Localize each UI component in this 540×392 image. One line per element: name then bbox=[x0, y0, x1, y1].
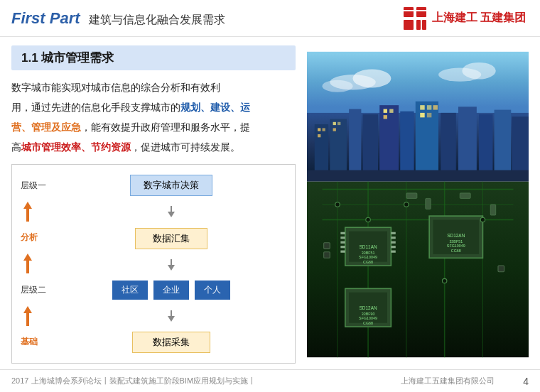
svg-rect-3 bbox=[416, 20, 421, 30]
svg-rect-65 bbox=[391, 251, 395, 253]
svg-rect-58 bbox=[340, 241, 345, 244]
para2: 用，通过先进的信息化手段支撑城市的 bbox=[11, 102, 180, 113]
connector-1 bbox=[171, 206, 172, 212]
svg-text:SFG10049: SFG10049 bbox=[447, 244, 465, 248]
svg-rect-62 bbox=[391, 236, 395, 239]
highlight-operation: 营、管理及应急 bbox=[11, 121, 81, 133]
svg-rect-31 bbox=[333, 128, 336, 131]
svg-rect-60 bbox=[340, 251, 345, 253]
svg-point-88 bbox=[480, 217, 485, 222]
level-one-label: 层级一 bbox=[21, 180, 46, 192]
svg-rect-35 bbox=[420, 105, 424, 109]
svg-rect-23 bbox=[479, 114, 492, 174]
svg-rect-83 bbox=[324, 252, 330, 258]
svg-rect-61 bbox=[391, 232, 395, 234]
svg-text:33BF90: 33BF90 bbox=[362, 312, 375, 316]
diagram-area: 层级一 分析 层级二 bbox=[11, 164, 296, 364]
svg-rect-20 bbox=[416, 102, 438, 174]
svg-rect-80 bbox=[460, 193, 470, 199]
svg-rect-81 bbox=[490, 205, 496, 215]
svg-rect-22 bbox=[458, 107, 477, 174]
svg-text:33BF51: 33BF51 bbox=[362, 251, 375, 255]
svg-rect-84 bbox=[498, 266, 504, 272]
box-decision: 数字城市决策 bbox=[130, 175, 212, 196]
analyze-label: 分析 bbox=[21, 232, 38, 244]
box-personal: 个人 bbox=[195, 281, 230, 300]
svg-rect-38 bbox=[420, 113, 424, 117]
svg-text:SD11AN: SD11AN bbox=[360, 244, 377, 249]
section-title: 1.1 城市管理需求 bbox=[11, 45, 296, 70]
footer-company: 上海建工五建集团有限公司 bbox=[401, 376, 495, 386]
para1: 数字城市能实现对城市信息的综合分析和有效利 bbox=[11, 82, 220, 93]
svg-rect-56 bbox=[340, 232, 345, 234]
svg-rect-59 bbox=[340, 246, 345, 248]
body-text: 数字城市能实现对城市信息的综合分析和有效利 用，通过先进的信息化手段支撑城市的规… bbox=[11, 77, 296, 157]
svg-rect-5 bbox=[404, 10, 414, 11]
arrow-up-1 bbox=[23, 202, 32, 209]
svg-rect-34 bbox=[384, 115, 387, 119]
left-column: 1.1 城市管理需求 数字城市能实现对城市信息的综合分析和有效利 用，通过先进的… bbox=[11, 45, 296, 364]
svg-rect-6 bbox=[416, 10, 426, 11]
svg-rect-64 bbox=[391, 246, 395, 248]
svg-rect-24 bbox=[495, 110, 512, 174]
connector-2 bbox=[171, 259, 172, 265]
svg-rect-19 bbox=[400, 111, 414, 174]
svg-point-12 bbox=[462, 62, 495, 80]
svg-rect-79 bbox=[426, 198, 431, 209]
svg-text:CG68: CG68 bbox=[451, 249, 461, 253]
svg-rect-17 bbox=[363, 114, 379, 174]
svg-rect-39 bbox=[427, 113, 431, 117]
arrow-up-3 bbox=[23, 306, 32, 313]
svg-text:SD12AN: SD12AN bbox=[360, 305, 377, 310]
arrow-down-3 bbox=[168, 316, 175, 322]
svg-point-9 bbox=[353, 70, 392, 88]
svg-rect-37 bbox=[433, 105, 438, 109]
header-left: First Part 建筑与信息化融合发展需求 bbox=[11, 9, 402, 28]
svg-point-89 bbox=[442, 278, 446, 283]
svg-rect-0 bbox=[404, 7, 414, 17]
svg-point-86 bbox=[366, 217, 370, 222]
svg-rect-32 bbox=[384, 109, 387, 113]
footer-left: 2017 上海城博会系列论坛丨装配式建筑施工阶段BIM应用规划与实施丨 bbox=[11, 376, 256, 386]
svg-rect-40 bbox=[307, 170, 529, 182]
svg-rect-78 bbox=[406, 193, 417, 199]
right-column: SD11AN 33BF51 SFG10049 CG68 SD12AN 33BF5… bbox=[307, 45, 529, 364]
svg-rect-30 bbox=[338, 122, 340, 125]
svg-rect-57 bbox=[340, 236, 345, 239]
box-collect-data: 数据汇集 bbox=[135, 228, 207, 249]
svg-text:SFG10049: SFG10049 bbox=[359, 255, 377, 259]
box-enterprise: 企业 bbox=[153, 281, 189, 300]
svg-rect-27 bbox=[323, 128, 325, 131]
svg-rect-1 bbox=[416, 7, 426, 17]
arrow-stem-1 bbox=[26, 209, 29, 222]
svg-rect-63 bbox=[391, 241, 395, 244]
company-logo-icon bbox=[402, 6, 428, 31]
svg-point-87 bbox=[404, 202, 409, 207]
arrow-up-2 bbox=[23, 254, 32, 261]
svg-rect-33 bbox=[389, 109, 393, 113]
highlight-citymanage: 城市管理效率、节约资源 bbox=[21, 141, 131, 153]
level-two-label: 层级二 bbox=[21, 284, 46, 296]
page-number: 4 bbox=[523, 376, 529, 387]
main-content: 1.1 城市管理需求 数字城市能实现对城市信息的综合分析和有效利 用，通过先进的… bbox=[0, 37, 540, 369]
svg-rect-2 bbox=[404, 20, 414, 30]
svg-rect-36 bbox=[427, 105, 431, 109]
first-part-label: First Part bbox=[11, 9, 80, 28]
header-subtitle: 建筑与信息化融合发展需求 bbox=[89, 13, 225, 28]
para4-suffix: ，促进城市可持续发展。 bbox=[131, 141, 240, 153]
svg-text:SFG10049: SFG10049 bbox=[359, 316, 377, 320]
header: First Part 建筑与信息化融合发展需求 上海建工 五建集团 bbox=[0, 0, 540, 37]
city-circuit-image: SD11AN 33BF51 SFG10049 CG68 SD12AN 33BF5… bbox=[307, 45, 529, 364]
highlight-planning: 规划、建设、运 bbox=[180, 102, 250, 113]
svg-rect-25 bbox=[512, 116, 529, 174]
svg-rect-82 bbox=[324, 243, 330, 249]
arrow-down-2 bbox=[168, 265, 175, 271]
arrow-stem-3 bbox=[26, 313, 29, 326]
svg-rect-14 bbox=[315, 124, 328, 174]
svg-point-10 bbox=[323, 80, 353, 92]
para3-suffix: ，能有效提升政府管理和服务水平，提 bbox=[81, 121, 250, 133]
box-data-collect: 数据采集 bbox=[132, 332, 210, 353]
svg-rect-18 bbox=[379, 105, 399, 174]
svg-point-85 bbox=[335, 202, 340, 207]
three-boxes-row: 社区 企业 个人 bbox=[112, 281, 230, 300]
